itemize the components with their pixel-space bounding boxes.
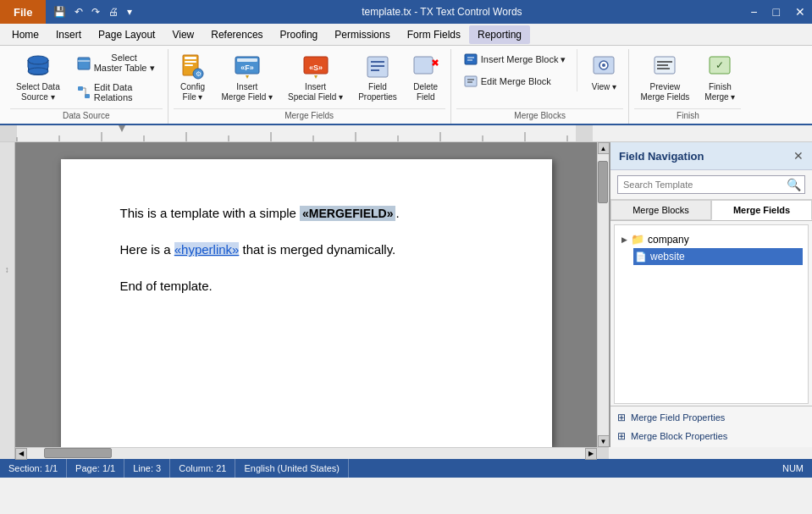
delete-field-icon: [412, 53, 439, 80]
view-icon: [590, 53, 617, 80]
scroll-right-button[interactable]: ▶: [585, 448, 597, 460]
tree-item-website[interactable]: 📄 website: [633, 248, 803, 265]
redo-button[interactable]: ↷: [89, 4, 102, 19]
minimize-button[interactable]: −: [743, 3, 764, 20]
menu-reporting[interactable]: Reporting: [469, 25, 530, 44]
scroll-up-button[interactable]: ▲: [598, 142, 610, 154]
search-box: 🔍: [617, 175, 805, 194]
h-scroll-thumb[interactable]: [44, 448, 112, 458]
menu-form-fields[interactable]: Form Fields: [399, 25, 469, 44]
ruler: [0, 125, 812, 142]
tab-merge-fields[interactable]: Merge Fields: [711, 200, 812, 220]
scroll-track[interactable]: [598, 154, 609, 435]
svg-rect-43: [0, 125, 593, 142]
insert-special-field-button[interactable]: «S» InsertSpecial Field ▾: [282, 49, 349, 107]
expand-merge-block-properties-icon: ⊞: [617, 430, 626, 442]
ribbon-group-finish: PreviewMerge Fields ✓ FinishMerge ▾ Fini…: [629, 49, 746, 124]
edit-relations-button[interactable]: Edit DataRelations: [69, 79, 163, 106]
merge-block-properties-row[interactable]: ⊞ Merge Block Properties: [616, 427, 807, 445]
print-button[interactable]: 🖨: [106, 4, 121, 19]
config-file-icon: ⚙: [180, 53, 207, 80]
close-button[interactable]: ✕: [788, 3, 812, 20]
menu-insert[interactable]: Insert: [47, 25, 90, 44]
datasource-group-label: Data Source: [10, 108, 163, 124]
insert-merge-block-label: Insert Merge Block ▾: [481, 54, 566, 65]
scroll-left-button[interactable]: ◀: [15, 448, 27, 460]
tree-item-company[interactable]: ▶ 📁 company: [620, 230, 803, 248]
insert-merge-block-button[interactable]: Insert Merge Block ▾: [456, 49, 574, 69]
scroll-thumb[interactable]: [598, 161, 608, 203]
vertical-scrollbar[interactable]: ▲ ▼: [597, 142, 609, 447]
main-area: ↔ This is a template with a simple «MERG…: [0, 142, 812, 447]
insert-merge-field-label: InsertMerge Field ▾: [222, 82, 273, 102]
select-mastertable-button[interactable]: SelectMaster Table ▾: [69, 49, 163, 77]
status-page: Page: 1/1: [67, 459, 124, 478]
menu-references[interactable]: References: [202, 25, 271, 44]
preview-merge-fields-button[interactable]: PreviewMerge Fields: [634, 49, 695, 107]
search-input[interactable]: [621, 178, 787, 191]
field-properties-label: FieldProperties: [358, 82, 397, 102]
merge-block-properties-label: Merge Block Properties: [631, 431, 727, 441]
search-button[interactable]: 🔍: [787, 178, 801, 191]
scroll-corner: [597, 447, 609, 459]
menu-home[interactable]: Home: [3, 25, 47, 44]
config-file-button[interactable]: ⚙ ConfigFile ▾: [174, 49, 213, 107]
maximize-button[interactable]: □: [766, 3, 787, 20]
config-file-label: ConfigFile ▾: [180, 82, 205, 102]
svg-rect-44: [0, 125, 17, 142]
svg-rect-28: [465, 54, 477, 64]
panel-search-area: 🔍: [610, 170, 812, 200]
menu-view[interactable]: View: [163, 25, 202, 44]
edit-merge-block-button[interactable]: Edit Merge Block: [456, 71, 574, 91]
finish-group-label: Finish: [634, 108, 741, 124]
file-tab-area: File: [0, 0, 46, 24]
folder-icon-company: 📁: [631, 233, 644, 246]
finish-merge-button[interactable]: ✓ FinishMerge ▾: [699, 49, 741, 107]
file-button[interactable]: File: [0, 0, 46, 24]
svg-text:✓: ✓: [715, 59, 724, 71]
horizontal-scrollbar[interactable]: ◀ ▶: [15, 447, 597, 459]
status-line: Line: 3: [124, 459, 170, 478]
mastertable-label: SelectMaster Table ▾: [94, 53, 155, 74]
menu-permissions[interactable]: Permissions: [326, 25, 398, 44]
h-scroll-track[interactable]: [27, 448, 585, 459]
document-page[interactable]: This is a template with a simple «MERGEF…: [61, 159, 552, 447]
quick-access-toolbar: 💾 ↶ ↷ 🖨 ▾: [46, 4, 140, 19]
hyperlink-1[interactable]: «hyperlink»: [174, 242, 240, 257]
doc-line-3: End of template.: [120, 274, 493, 297]
panel-title: Field Navigation: [619, 150, 704, 163]
panel-close-button[interactable]: ✕: [793, 149, 804, 163]
svg-rect-4: [78, 86, 83, 91]
undo-button[interactable]: ↶: [72, 4, 86, 19]
finish-merge-label: FinishMerge ▾: [704, 82, 735, 102]
menu-proofing[interactable]: Proofing: [272, 25, 327, 44]
merge-field-properties-label: Merge Field Properties: [631, 412, 725, 423]
insert-special-field-label: InsertSpecial Field ▾: [288, 82, 343, 102]
svg-point-1: [28, 68, 48, 75]
delete-field-button[interactable]: DeleteField: [406, 49, 445, 107]
title-bar-title: template.tx - TX Text Control Words: [140, 6, 743, 18]
preview-merge-fields-label: PreviewMerge Fields: [640, 82, 689, 102]
svg-rect-31: [465, 76, 477, 86]
merge-field-properties-row[interactable]: ⊞ Merge Field Properties: [616, 408, 807, 427]
ribbon: Select DataSource ▾ SelectMaster Table ▾: [0, 46, 812, 125]
folder-expand-icon: ▶: [621, 235, 627, 244]
left-margin: ↔: [0, 142, 15, 447]
ribbon-content: Select DataSource ▾ SelectMaster Table ▾: [0, 46, 812, 124]
save-button[interactable]: 💾: [51, 4, 69, 19]
menu-page-layout[interactable]: Page Layout: [90, 25, 163, 44]
select-datasource-button[interactable]: Select DataSource ▾: [10, 49, 66, 107]
scroll-down-button[interactable]: ▼: [598, 435, 610, 447]
quick-access-dropdown[interactable]: ▾: [124, 4, 135, 19]
datasource-small-btns: SelectMaster Table ▾ Edit DataRelations: [69, 49, 163, 106]
status-num: NUM: [774, 459, 812, 478]
mergefields-group-label: Merge Fields: [174, 108, 445, 124]
svg-text:«S»: «S»: [309, 64, 323, 72]
tab-merge-blocks[interactable]: Merge Blocks: [610, 200, 711, 220]
svg-text:⚙: ⚙: [195, 70, 201, 78]
preview-icon: [651, 53, 678, 80]
document-area[interactable]: This is a template with a simple «MERGEF…: [15, 142, 597, 447]
field-properties-button[interactable]: FieldProperties: [352, 49, 403, 107]
view-button[interactable]: View ▾: [584, 49, 623, 97]
insert-merge-field-button[interactable]: «F» InsertMerge Field ▾: [216, 49, 279, 107]
